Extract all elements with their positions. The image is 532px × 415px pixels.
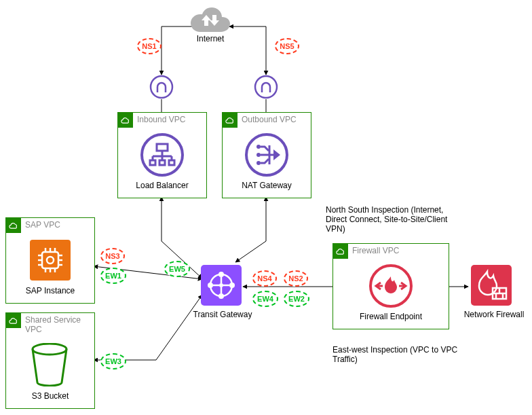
sap-vpc-title: SAP VPC <box>25 220 60 230</box>
svg-rect-21 <box>30 240 71 281</box>
east-west-desc: East-west Inspection (VPC to VPC Traffic… <box>332 345 468 364</box>
svg-point-39 <box>219 283 223 287</box>
svg-point-36 <box>33 344 66 355</box>
svg-point-3 <box>255 76 277 98</box>
svg-point-16 <box>256 153 261 157</box>
firewall-endpoint-icon <box>369 264 413 310</box>
cloud-icon <box>223 113 238 128</box>
firewall-endpoint-label: Firewall Endpoint <box>333 312 449 321</box>
cloud-icon <box>333 244 348 259</box>
firewall-vpc-title: Firewall VPC <box>352 246 399 255</box>
svg-point-40 <box>218 272 224 277</box>
transit-gateway-label: Transit Gateway <box>189 310 256 319</box>
sap-vpc: SAP VPC SAP Instance <box>5 217 95 304</box>
outbound-vpc-title: Outbound VPC <box>242 115 297 124</box>
inbound-vpc-title: Inbound VPC <box>137 115 185 124</box>
hop-ew2: EW2 <box>284 291 309 307</box>
nat-gateway-label: NAT Gateway <box>223 181 311 190</box>
cloud-icon <box>118 113 133 128</box>
outbound-vpc: Outbound VPC NAT Gateway <box>222 112 311 198</box>
svg-point-2 <box>151 76 172 98</box>
nat-gateway-icon <box>245 133 288 179</box>
sap-instance-label: SAP Instance <box>6 286 94 295</box>
hop-ew4: EW4 <box>252 291 278 307</box>
network-firewall-label: Network Firewall <box>460 310 528 319</box>
hop-ns4: NS4 <box>252 270 277 287</box>
hop-ns5: NS5 <box>275 38 299 54</box>
hop-ew5: EW5 <box>164 261 190 277</box>
svg-rect-11 <box>150 160 155 165</box>
hop-ns3: NS3 <box>100 248 125 264</box>
sap-instance-icon <box>28 238 72 284</box>
cloud-icon <box>6 218 21 233</box>
hop-ew1: EW1 <box>100 268 126 284</box>
load-balancer-label: Load Balancer <box>118 181 206 190</box>
shared-vpc-title: Shared Service VPC <box>25 315 86 334</box>
svg-point-41 <box>218 293 224 299</box>
svg-rect-5 <box>157 144 168 151</box>
svg-point-42 <box>208 283 213 288</box>
hop-ns2: NS2 <box>284 270 308 287</box>
inbound-igw-icon <box>149 75 174 101</box>
firewall-vpc: Firewall VPC Firewall Endpoint <box>332 243 449 329</box>
s3-bucket-label: S3 Bucket <box>6 391 94 401</box>
load-balancer-icon <box>140 133 184 179</box>
svg-rect-12 <box>159 160 165 165</box>
internet-label: Internet <box>190 34 231 43</box>
s3-bucket-icon <box>30 343 69 389</box>
outbound-igw-icon <box>254 75 278 101</box>
north-south-desc: North South Inspection (Internet, Direct… <box>326 205 461 234</box>
internet-icon <box>190 4 236 36</box>
svg-point-18 <box>256 161 261 165</box>
hop-ew3: EW3 <box>100 353 126 369</box>
shared-service-vpc: Shared Service VPC S3 Bucket <box>5 312 95 409</box>
svg-point-15 <box>256 145 261 149</box>
inbound-vpc: Inbound VPC Load Balancer <box>117 112 207 198</box>
transit-gateway-icon <box>200 264 243 309</box>
svg-rect-13 <box>169 160 174 165</box>
network-firewall-icon <box>470 264 513 309</box>
cloud-icon <box>6 313 21 328</box>
svg-point-43 <box>229 283 235 288</box>
hop-ns1: NS1 <box>137 38 162 54</box>
